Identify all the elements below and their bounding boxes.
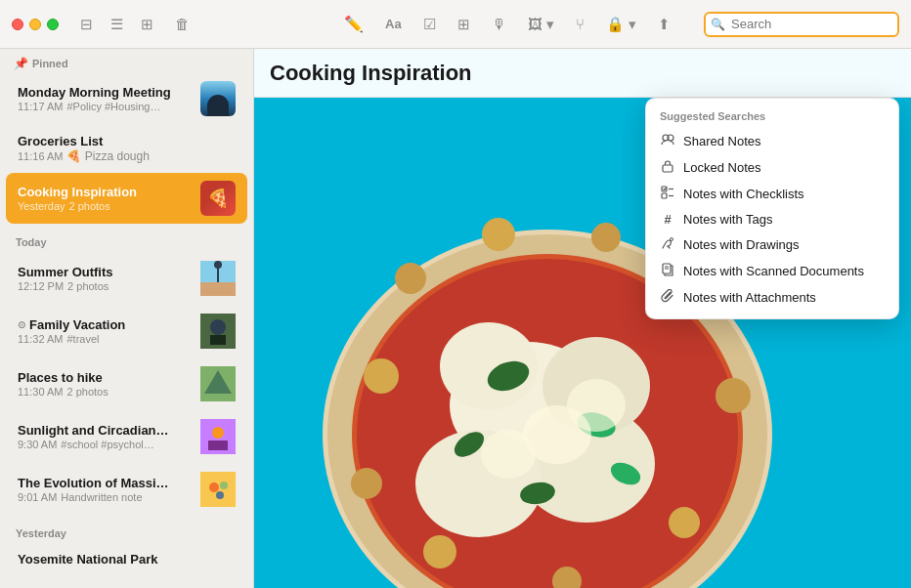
note-title: Cooking Inspiration — [18, 185, 193, 199]
svg-point-40 — [481, 430, 536, 479]
search-input[interactable] — [704, 12, 899, 37]
note-item-evolution[interactable]: The Evolution of Massi… 9:01 AM Handwrit… — [6, 464, 247, 515]
note-meta: 9:30 AM #school #psychol… — [18, 439, 193, 450]
sidebar: 📌 Pinned Monday Morning Meeting 11:17 AM… — [0, 49, 254, 588]
note-item-cooking[interactable]: Cooking Inspiration Yesterday 2 photos 🍕 — [6, 173, 247, 224]
dropdown-item-locked[interactable]: Locked Notes — [646, 154, 898, 181]
compose-icon[interactable]: ✏️ — [340, 13, 368, 35]
note-title: Places to hike — [18, 370, 193, 385]
drawings-icon — [660, 236, 675, 253]
search-container: 🔍 — [704, 12, 899, 37]
note-item-yosemite[interactable]: Yosemite National Park — [6, 544, 247, 574]
note-meta: 11:30 AM 2 photos — [18, 386, 193, 398]
trash-icon[interactable]: 🗑 — [171, 14, 194, 34]
svg-point-13 — [209, 483, 219, 492]
dropdown-label: Notes with Drawings — [683, 237, 800, 252]
content-title: Cooking Inspiration — [270, 61, 472, 86]
note-meta: 12:12 PM 2 photos — [18, 280, 193, 292]
note-thumbnail — [200, 261, 236, 296]
svg-point-41 — [567, 379, 626, 432]
svg-rect-56 — [662, 193, 667, 198]
svg-point-3 — [214, 261, 222, 269]
note-text: Groceries List 11:16 AM 🍕 Pizza dough — [18, 134, 236, 163]
dropdown-item-scanned[interactable]: Notes with Scanned Documents — [646, 258, 898, 284]
svg-point-42 — [364, 358, 399, 394]
lock-icon[interactable]: 🔒 ▾ — [602, 14, 640, 35]
close-button[interactable] — [12, 19, 23, 30]
pinned-section-header: 📌 Pinned — [0, 49, 253, 72]
minimize-button[interactable] — [29, 19, 41, 30]
note-text: ⊙ Family Vacation 11:32 AM #travel — [18, 317, 193, 345]
share-icon[interactable]: ⬆ — [654, 14, 674, 35]
svg-rect-11 — [208, 441, 228, 450]
note-text: Cooking Inspiration Yesterday 2 photos — [18, 185, 193, 212]
dropdown-item-checklists[interactable]: Notes with Checklists — [646, 181, 898, 207]
note-title: Groceries List — [18, 134, 236, 148]
dropdown-item-drawings[interactable]: Notes with Drawings — [646, 231, 898, 258]
note-item-groceries[interactable]: Groceries List 11:16 AM 🍕 Pizza dough — [6, 126, 247, 171]
svg-point-14 — [220, 482, 228, 489]
svg-point-45 — [591, 223, 621, 252]
shared-notes-icon — [660, 133, 675, 149]
note-text: Monday Morning Meeting 11:17 AM #Policy … — [18, 85, 193, 112]
pin-icon: 📌 — [14, 57, 28, 70]
dropdown-section-title: Suggested Searches — [646, 106, 898, 128]
note-text: Sunlight and Circadian… 9:30 AM #school … — [18, 423, 193, 450]
note-item-family[interactable]: ⊙ Family Vacation 11:32 AM #travel — [6, 306, 247, 357]
main-area: 📌 Pinned Monday Morning Meeting 11:17 AM… — [0, 49, 911, 588]
note-title: ⊙ Family Vacation — [18, 317, 193, 332]
content-area: Cooking Inspiration — [254, 49, 911, 588]
note-title: Sunlight and Circadian… — [18, 423, 193, 438]
svg-rect-54 — [663, 165, 672, 172]
media-insert-icon[interactable]: 🖼 ▾ — [524, 14, 558, 35]
svg-point-10 — [212, 427, 224, 439]
today-section-label: Today — [0, 225, 253, 252]
note-text: Places to hike 11:30 AM 2 photos — [18, 370, 193, 398]
note-thumbnail — [200, 472, 236, 507]
checklists-icon — [660, 186, 675, 202]
attachments-icon — [660, 289, 675, 306]
list-view-icon[interactable]: ☰ — [107, 14, 127, 35]
collaboration-icon[interactable]: ⑂ — [572, 14, 588, 34]
locked-notes-icon — [660, 159, 675, 176]
dropdown-label: Notes with Tags — [683, 212, 773, 227]
svg-rect-6 — [210, 335, 226, 345]
note-item-summer[interactable]: Summer Outfits 12:12 PM 2 photos — [6, 253, 247, 304]
maximize-button[interactable] — [47, 19, 59, 30]
dropdown-item-shared[interactable]: Shared Notes — [646, 128, 898, 154]
note-title: Summer Outfits — [18, 265, 193, 279]
note-thumbnail — [200, 314, 236, 349]
gallery-view-icon[interactable]: ⊞ — [137, 14, 157, 35]
note-thumbnail — [200, 366, 236, 401]
table-icon[interactable]: ⊞ — [454, 14, 474, 35]
checklist-icon[interactable]: ☑ — [419, 14, 440, 35]
svg-point-5 — [210, 319, 226, 335]
note-title: Monday Morning Meeting — [18, 85, 193, 100]
search-icon: 🔍 — [711, 18, 725, 31]
svg-point-44 — [482, 218, 515, 251]
note-item-hike[interactable]: Places to hike 11:30 AM 2 photos — [6, 358, 247, 409]
note-title: Yosemite National Park — [18, 552, 236, 567]
audio-icon[interactable]: 🎙 — [488, 14, 510, 34]
note-meta: 11:17 AM #Policy #Housing… — [18, 101, 193, 112]
svg-point-43 — [395, 263, 426, 294]
svg-point-50 — [423, 535, 456, 568]
note-meta: 11:16 AM 🍕 Pizza dough — [18, 149, 236, 163]
note-text: The Evolution of Massi… 9:01 AM Handwrit… — [18, 476, 193, 503]
yesterday-section-label: Yesterday — [0, 516, 253, 543]
svg-point-15 — [216, 491, 224, 499]
dropdown-item-tags[interactable]: # Notes with Tags — [646, 207, 898, 231]
note-meta: 9:01 AM Handwritten note — [18, 491, 193, 503]
dropdown-label: Notes with Attachments — [683, 290, 816, 305]
sidebar-toggle-icon[interactable]: ⊟ — [76, 14, 97, 35]
note-item-monday[interactable]: Monday Morning Meeting 11:17 AM #Policy … — [6, 73, 247, 124]
dropdown-label: Locked Notes — [683, 160, 761, 175]
dropdown-item-attachments[interactable]: Notes with Attachments — [646, 284, 898, 311]
note-text: Yosemite National Park — [18, 552, 236, 567]
pinned-label: Pinned — [32, 58, 68, 69]
svg-point-59 — [671, 238, 673, 241]
svg-point-47 — [716, 378, 751, 413]
format-icon[interactable]: Aa — [381, 15, 406, 33]
note-item-sunlight[interactable]: Sunlight and Circadian… 9:30 AM #school … — [6, 411, 247, 462]
note-thumbnail: 🍕 — [200, 181, 236, 216]
